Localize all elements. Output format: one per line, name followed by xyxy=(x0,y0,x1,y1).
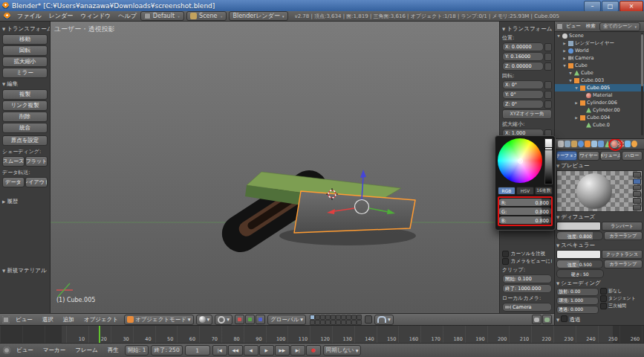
data-transfer-button[interactable]: データ xyxy=(2,177,25,187)
shadeless-toggle[interactable]: 影なし xyxy=(600,288,643,295)
layer-dot[interactable] xyxy=(325,315,331,320)
panel-header-redo[interactable]: ▼新規マテリアル xyxy=(2,267,48,274)
specular-ramp-button[interactable]: カラーランプ xyxy=(604,260,643,268)
diffuse-shader-dropdown[interactable]: ランバート xyxy=(602,222,643,231)
outliner-row[interactable]: ▶Camera xyxy=(555,54,644,62)
diffuse-ramp-button[interactable]: カラーランプ xyxy=(604,231,643,240)
outliner-row[interactable]: Cube.0 xyxy=(555,121,644,129)
viewport-3d[interactable]: ユーザー・透視投影 (1) Cube.005 xyxy=(51,22,499,313)
layer-dot[interactable] xyxy=(346,315,351,320)
triangle-right-icon[interactable]: ▶ xyxy=(562,49,567,53)
tab-modifiers-icon[interactable] xyxy=(598,141,604,147)
preview-world-button[interactable] xyxy=(633,205,641,210)
layer-dot[interactable] xyxy=(310,320,315,325)
diffuse-color-swatch[interactable] xyxy=(556,222,601,231)
close-button[interactable]: × xyxy=(619,1,643,12)
playback-button-0[interactable]: |◀ xyxy=(212,345,227,356)
layer-dot[interactable] xyxy=(331,315,336,320)
lock-icon[interactable] xyxy=(544,91,552,99)
outliner-row[interactable]: ▼Cube.005 xyxy=(555,84,644,91)
render-engine-selector[interactable]: Blenderレンダー ▾ xyxy=(229,11,287,21)
record-button[interactable]: ● xyxy=(306,345,321,356)
frame-end-field[interactable]: 終了: 250 xyxy=(151,345,182,356)
tab-scene-icon[interactable] xyxy=(571,141,577,147)
outliner-row[interactable]: ▶レンダーレイヤー xyxy=(555,39,644,47)
tab-particles-icon[interactable] xyxy=(625,141,631,147)
specular-intensity-slider[interactable]: 強度: 0.500 xyxy=(556,260,603,268)
triangle-right-icon[interactable]: ▶ xyxy=(562,57,567,60)
plus-icon[interactable]: ＋ xyxy=(219,14,223,19)
translate-button[interactable]: 移動 xyxy=(2,34,48,45)
layer-dot[interactable] xyxy=(346,320,351,325)
layer-dot[interactable] xyxy=(341,315,346,320)
layer-dot[interactable] xyxy=(315,315,320,320)
rotation-x-field[interactable]: X: 0° xyxy=(502,80,544,89)
triangle-down-icon[interactable]: ▼ xyxy=(574,86,579,90)
cubic-interpolation-toggle[interactable]: 三次補間 xyxy=(600,303,643,309)
outliner-row[interactable]: Material xyxy=(555,91,644,99)
layer-dot[interactable] xyxy=(320,315,325,320)
pivot-dropdown[interactable]: ▾ xyxy=(215,315,232,325)
panel-header-shading[interactable]: ▼シェーディング xyxy=(556,280,643,287)
select-menu[interactable]: 選択 xyxy=(39,316,57,324)
shading-dropdown[interactable]: ▾ xyxy=(196,315,213,325)
tangent-shading-toggle[interactable]: タンジェント xyxy=(600,295,643,302)
tab-render-icon[interactable] xyxy=(558,141,564,147)
tab-physics-icon[interactable] xyxy=(631,141,637,147)
rotate-button[interactable]: 回転 xyxy=(2,45,48,56)
mode-dropdown[interactable]: オブジェクトモード ▾ xyxy=(124,315,194,325)
outliner-row[interactable]: ▶Cube.004 xyxy=(555,114,644,121)
color-wheel-marker[interactable] xyxy=(518,158,523,164)
emit-field[interactable]: 放射: 0.00 xyxy=(556,288,599,296)
diffuse-intensity-slider[interactable]: 強度: 0.800 xyxy=(556,231,603,240)
picker-tab-RGB[interactable]: RGB xyxy=(498,187,515,195)
duplicate-linked-button[interactable]: リンク複製 xyxy=(2,100,48,111)
panel-header-edit[interactable]: ▼編集 xyxy=(2,80,48,88)
rotation-z-field[interactable]: Z: 0° xyxy=(502,100,544,109)
orientation-dropdown[interactable]: グローバル ▾ xyxy=(267,315,306,325)
type-wire-button[interactable]: ワイヤー xyxy=(578,151,599,161)
triangle-right-icon[interactable]: ▶ xyxy=(574,101,579,105)
frame-start-field[interactable]: 開始: 1 xyxy=(125,345,149,356)
outliner-row[interactable]: ▼Scene xyxy=(555,32,644,39)
playback-button-5[interactable]: ▶| xyxy=(290,345,305,356)
picker-tab-HSV[interactable]: HSV xyxy=(516,187,534,195)
clip-start-field[interactable]: 開始: 0.100 xyxy=(502,274,552,283)
specular-hardness-field[interactable]: 硬さ: 50 xyxy=(556,269,604,278)
panel-header-preview[interactable]: ▼プレビュー xyxy=(556,162,643,170)
viewport-scene[interactable] xyxy=(51,22,499,313)
layer-dot[interactable] xyxy=(315,320,320,325)
panel-header-history[interactable]: ▶履歴 xyxy=(2,198,48,205)
preview-flat-button[interactable] xyxy=(633,172,641,178)
manipulator-scale-button[interactable] xyxy=(256,315,265,324)
screen-layout-selector[interactable]: Default ＋ xyxy=(140,11,184,21)
playback-button-1[interactable]: ◀◀ xyxy=(228,345,243,356)
playback-button-4[interactable]: ▶▶ xyxy=(275,345,290,356)
outliner-menu-view[interactable]: ビュー xyxy=(564,23,583,30)
preview-hair-button[interactable] xyxy=(633,198,641,204)
tab-world-icon[interactable] xyxy=(578,141,584,147)
picker-tab-16進数[interactable]: 16進数 xyxy=(535,187,553,195)
layer-dot[interactable] xyxy=(351,320,357,325)
rotation-y-field[interactable]: Y: 0° xyxy=(502,90,544,99)
data-layout-button[interactable]: レイアウト xyxy=(25,177,48,187)
playback-button-3[interactable]: ▶ xyxy=(259,345,274,356)
ambient-field[interactable]: 環境: 1.000 xyxy=(556,297,599,305)
set-origin-button[interactable]: 原点を設定 xyxy=(2,135,48,146)
location-x-field[interactable]: X: 0.00000 xyxy=(502,42,544,51)
plus-icon[interactable]: ＋ xyxy=(177,14,180,19)
panel-header-specular[interactable]: ▼スペキュラー xyxy=(556,242,643,249)
value-slider-handle[interactable] xyxy=(544,147,553,150)
menu-file[interactable]: ファイル xyxy=(13,12,45,20)
tab-constraints-icon[interactable] xyxy=(591,141,597,147)
outliner-editor-icon[interactable] xyxy=(556,23,563,30)
triangle-down-icon[interactable]: ▼ xyxy=(568,79,573,83)
preview-cube-button[interactable] xyxy=(633,185,641,191)
preview-sphere-button[interactable] xyxy=(633,178,641,184)
lock-icon[interactable] xyxy=(544,81,552,89)
timeline-marker-menu[interactable]: マーカー xyxy=(39,347,69,354)
join-button[interactable]: 統合 xyxy=(2,123,48,133)
rotation-mode-dropdown[interactable]: XYZオイラー角 xyxy=(502,109,552,119)
outliner-row[interactable]: ▶World xyxy=(555,47,644,54)
type-surface-button[interactable]: サーフェス xyxy=(556,151,577,161)
